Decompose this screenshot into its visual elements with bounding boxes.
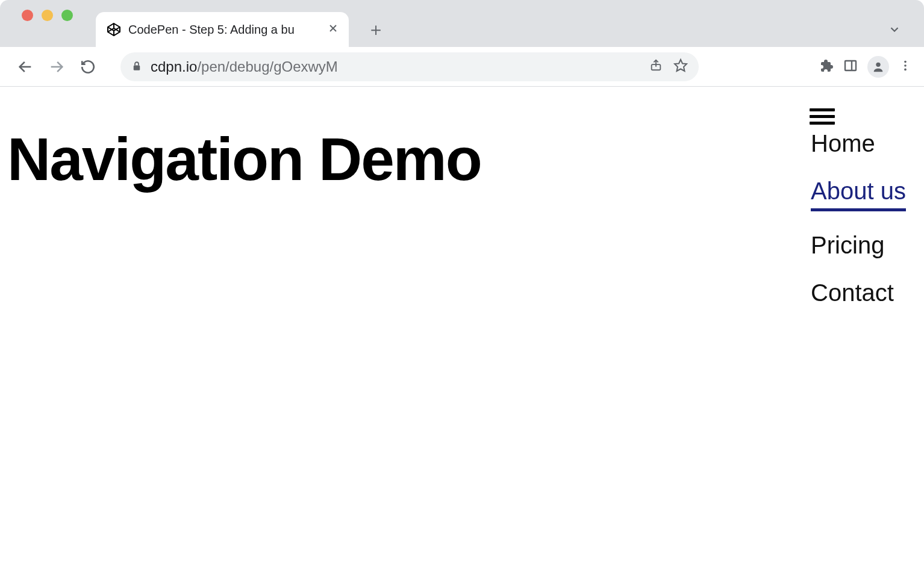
extensions-icon[interactable]	[819, 58, 834, 75]
svg-marker-9	[675, 60, 687, 71]
nav-link-about-us[interactable]: About us	[811, 178, 906, 211]
webpage-viewport: Navigation Demo Home About us Pricing Co…	[0, 87, 924, 572]
window-controls	[8, 0, 73, 47]
address-bar[interactable]: cdpn.io /pen/debug/gOexwyM	[120, 52, 699, 81]
share-icon[interactable]	[649, 58, 663, 75]
back-button[interactable]	[12, 54, 39, 80]
window-zoom-button[interactable]	[61, 10, 73, 21]
page-heading: Navigation Demo	[7, 128, 917, 191]
svg-point-15	[904, 68, 907, 70]
new-tab-button[interactable]: ＋	[367, 12, 385, 47]
hamburger-menu-button[interactable]	[810, 105, 835, 128]
tab-strip: CodePen - Step 5: Adding a bu ＋	[96, 0, 385, 47]
window-close-button[interactable]	[22, 10, 33, 21]
nav-link-contact[interactable]: Contact	[811, 279, 894, 306]
nav-item-about-us[interactable]: About us	[811, 178, 906, 211]
forward-button[interactable]	[43, 54, 70, 80]
bookmark-star-icon[interactable]	[673, 58, 688, 76]
reload-button[interactable]	[75, 54, 101, 80]
svg-rect-7	[134, 65, 140, 70]
main-nav: Home About us Pricing Contact	[811, 130, 906, 306]
nav-item-pricing[interactable]: Pricing	[811, 232, 906, 259]
tab-close-button[interactable]	[328, 23, 338, 36]
tab-title: CodePen - Step 5: Adding a bu	[128, 23, 321, 37]
nav-link-pricing[interactable]: Pricing	[811, 232, 884, 259]
browser-titlebar: CodePen - Step 5: Adding a bu ＋	[0, 0, 924, 47]
url-host: cdpn.io	[151, 58, 197, 75]
browser-toolbar: cdpn.io /pen/debug/gOexwyM	[0, 47, 924, 87]
svg-point-14	[904, 64, 907, 67]
kebab-menu-icon[interactable]	[899, 59, 912, 75]
url-text: cdpn.io /pen/debug/gOexwyM	[151, 58, 338, 75]
svg-point-13	[904, 60, 907, 63]
window-minimize-button[interactable]	[42, 10, 53, 21]
nav-link-home[interactable]: Home	[811, 130, 875, 157]
profile-avatar[interactable]	[867, 56, 889, 78]
url-path: /pen/debug/gOexwyM	[197, 58, 337, 75]
side-panel-icon[interactable]	[843, 58, 858, 75]
lock-icon	[131, 58, 142, 75]
browser-tab-active[interactable]: CodePen - Step 5: Adding a bu	[96, 12, 349, 47]
svg-point-12	[876, 62, 880, 66]
tabs-dropdown-button[interactable]	[888, 12, 916, 47]
nav-item-home[interactable]: Home	[811, 130, 906, 157]
codepen-icon	[107, 22, 121, 37]
svg-rect-10	[845, 61, 856, 70]
browser-chrome: CodePen - Step 5: Adding a bu ＋ c	[0, 0, 924, 87]
nav-item-contact[interactable]: Contact	[811, 279, 906, 306]
